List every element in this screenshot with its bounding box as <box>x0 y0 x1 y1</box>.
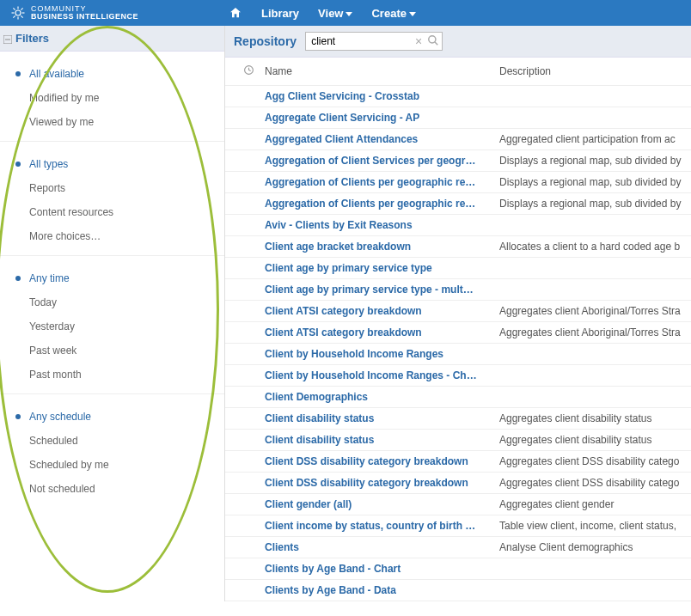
row-description: Aggregates client DSS disability catego <box>499 455 691 467</box>
row-description: Aggregates client Aboriginal/Torres Stra <box>499 305 691 317</box>
table-row[interactable]: Aggregation of Client Services per geogr… <box>225 150 691 172</box>
row-name[interactable]: Client income by status, country of birt… <box>265 520 499 532</box>
search-icon[interactable] <box>427 34 439 49</box>
filter-item[interactable]: Past week <box>0 338 224 363</box>
brand-icon <box>10 5 26 21</box>
filter-item[interactable]: All types <box>0 152 224 176</box>
repository-header: Repository × <box>225 26 691 58</box>
nav-library[interactable]: Library <box>261 7 299 20</box>
filter-item-label: All types <box>29 158 68 170</box>
row-name[interactable]: Agg Client Servicing - Crosstab <box>265 90 499 102</box>
row-description: Displays a regional map, sub divided by <box>499 155 691 167</box>
row-name[interactable]: Client ATSI category breakdown <box>265 326 499 338</box>
table-row[interactable]: Client DSS disability category breakdown… <box>225 451 691 473</box>
row-name[interactable]: Client disability status <box>265 412 499 424</box>
filter-group: All availableModified by meViewed by me <box>0 52 224 142</box>
filter-item[interactable]: Past month <box>0 363 224 387</box>
row-description: Aggregates client DSS disability catego <box>499 477 691 489</box>
nav-create[interactable]: Create <box>371 7 415 20</box>
main-panel: Repository × Name Description Agg Client <box>225 26 691 601</box>
filter-item[interactable]: Any time <box>0 266 224 290</box>
collapse-icon[interactable] <box>3 34 12 42</box>
filter-item[interactable]: Yesterday <box>0 314 224 338</box>
row-name[interactable]: Client by Household Income Ranges - Ch… <box>265 369 499 381</box>
table-row[interactable]: Client disability statusAggregates clien… <box>225 430 691 451</box>
svg-line-6 <box>21 15 22 17</box>
table-row[interactable]: Client by Household Income Ranges - Ch… <box>225 365 691 387</box>
row-name[interactable]: Aggregation of Clients per geographic re… <box>265 198 499 210</box>
row-name[interactable]: Aggregation of Client Services per geogr… <box>265 155 499 167</box>
filter-item-label: Any schedule <box>29 411 91 423</box>
row-name[interactable]: Aviv - Clients by Exit Reasons <box>265 219 499 231</box>
row-name[interactable]: Client age bracket breakdown <box>265 241 499 253</box>
row-name[interactable]: Client DSS disability category breakdown <box>265 477 499 489</box>
table-row[interactable]: Client by Household Income Ranges <box>225 344 691 365</box>
nav-view[interactable]: View <box>318 7 352 20</box>
row-name[interactable]: Clients by Age Band - Data <box>265 584 499 596</box>
table-row[interactable]: Aggregated Client AttendancesAggregated … <box>225 129 691 150</box>
row-description: Table view client, income, client status… <box>499 520 691 532</box>
filter-item[interactable]: Viewed by me <box>0 110 224 134</box>
row-name[interactable]: Client ATSI category breakdown <box>265 305 499 317</box>
chevron-down-icon <box>409 12 416 16</box>
clear-search-icon[interactable]: × <box>415 34 422 48</box>
filter-item[interactable]: Not scheduled <box>0 477 224 501</box>
filter-item[interactable]: Scheduled by me <box>0 453 224 477</box>
row-name[interactable]: Client by Household Income Ranges <box>265 348 499 360</box>
filter-item-label: Viewed by me <box>29 116 94 128</box>
filter-item[interactable]: Any schedule <box>0 405 224 429</box>
svg-line-5 <box>13 8 15 9</box>
row-name[interactable]: Client gender (all) <box>265 498 499 510</box>
clock-icon <box>243 64 254 78</box>
table-row[interactable]: Client ATSI category breakdownAggregates… <box>225 301 691 322</box>
bullet-icon <box>15 71 21 76</box>
table-header: Name Description <box>225 58 691 86</box>
filter-item[interactable]: Content resources <box>0 200 224 224</box>
table-row[interactable]: Aggregation of Clients per geographic re… <box>225 193 691 215</box>
row-name[interactable]: Client Demographics <box>265 391 499 403</box>
table-row[interactable]: Client DSS disability category breakdown… <box>225 473 691 494</box>
table-row[interactable]: ClientsAnalyse Client demographics <box>225 537 691 558</box>
home-button[interactable] <box>229 6 242 20</box>
filter-item-label: All available <box>29 68 84 80</box>
filter-item[interactable]: Today <box>0 290 224 314</box>
nav-view-label: View <box>318 7 343 20</box>
table-row[interactable]: Clients by Age Band - Chart <box>225 558 691 580</box>
table-row[interactable]: Aviv - Clients by Exit Reasons <box>225 215 691 236</box>
row-name[interactable]: Client age by primary service type - mul… <box>265 284 499 296</box>
table-row[interactable]: Client income by status, country of birt… <box>225 515 691 537</box>
table-row[interactable]: Aggregation of Clients per geographic re… <box>225 172 691 193</box>
table-row[interactable]: Client age by primary service type <box>225 258 691 279</box>
table-row[interactable]: Client Demographics <box>225 387 691 408</box>
filter-item[interactable]: More choices… <box>0 224 224 248</box>
table-row[interactable]: Agg Client Servicing - Crosstab <box>225 86 691 107</box>
row-name[interactable]: Client age by primary service type <box>265 262 499 274</box>
row-name[interactable]: Aggregate Client Servicing - AP <box>265 112 499 124</box>
description-column-header[interactable]: Description <box>499 65 691 77</box>
svg-line-8 <box>21 8 22 9</box>
filter-item[interactable]: Scheduled <box>0 429 224 453</box>
schedule-column-header[interactable] <box>232 64 265 78</box>
table-row[interactable]: Client ATSI category breakdownAggregates… <box>225 322 691 344</box>
table-row[interactable]: Aggregate Client Servicing - AP <box>225 107 691 129</box>
row-name[interactable]: Aggregation of Clients per geographic re… <box>265 176 499 188</box>
filter-item[interactable]: All available <box>0 62 224 86</box>
table-row[interactable]: Client age by primary service type - mul… <box>225 279 691 301</box>
table-row[interactable]: Client disability statusAggregates clien… <box>225 408 691 430</box>
table-row[interactable]: Clients by Age Band - Data <box>225 580 691 601</box>
row-name[interactable]: Client DSS disability category breakdown <box>265 455 499 467</box>
row-name[interactable]: Clients by Age Band - Chart <box>265 563 499 575</box>
row-description: Allocates a client to a hard coded age b <box>499 241 691 253</box>
search-input[interactable] <box>305 32 443 51</box>
repository-title: Repository <box>234 34 297 48</box>
filter-group: Any timeTodayYesterdayPast weekPast mont… <box>0 256 224 394</box>
name-column-header[interactable]: Name <box>265 65 499 77</box>
table-row[interactable]: Client age bracket breakdownAllocates a … <box>225 236 691 258</box>
row-name[interactable]: Aggregated Client Attendances <box>265 133 499 145</box>
filter-item-label: Not scheduled <box>29 483 95 495</box>
filter-item[interactable]: Reports <box>0 176 224 200</box>
table-row[interactable]: Client gender (all)Aggregates client gen… <box>225 494 691 515</box>
row-name[interactable]: Clients <box>265 541 499 553</box>
filter-item[interactable]: Modified by me <box>0 86 224 110</box>
row-name[interactable]: Client disability status <box>265 434 499 446</box>
